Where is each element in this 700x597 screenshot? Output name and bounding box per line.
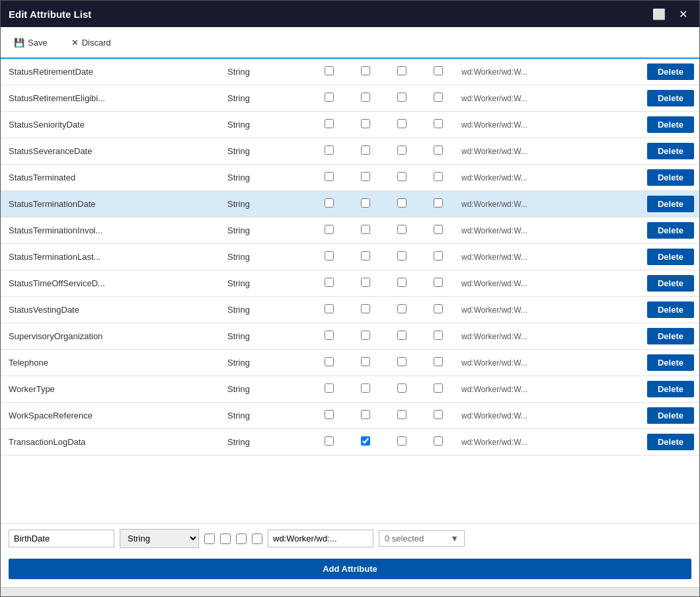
cb1-cell[interactable] [311, 376, 347, 403]
cb1-cell[interactable] [311, 112, 347, 138]
cb3-checkbox[interactable] [397, 198, 407, 208]
cb2-checkbox[interactable] [361, 119, 370, 128]
cb3-checkbox[interactable] [397, 225, 407, 234]
cb1-checkbox[interactable] [325, 225, 334, 234]
cb3-cell[interactable] [383, 138, 420, 165]
cb1-checkbox[interactable] [325, 410, 334, 419]
cb4-cell[interactable] [420, 85, 456, 112]
cb4-cell[interactable] [420, 297, 456, 323]
cb2-checkbox[interactable] [361, 66, 370, 75]
cb4-cell[interactable] [420, 59, 456, 85]
cb4-cell[interactable] [420, 323, 456, 350]
cb3-checkbox[interactable] [397, 410, 407, 419]
cb1-cell[interactable] [311, 350, 347, 376]
cb1-cell[interactable] [311, 138, 347, 165]
cb4-checkbox[interactable] [434, 357, 443, 366]
cb1-cell[interactable] [311, 244, 347, 270]
cb2-cell[interactable] [347, 165, 383, 191]
cb2-cell[interactable] [347, 244, 383, 270]
cb2-cell[interactable] [347, 403, 383, 429]
cb4-checkbox[interactable] [434, 172, 443, 181]
delete-button[interactable]: Delete [647, 196, 694, 212]
cb4-checkbox[interactable] [434, 410, 443, 419]
cb3-cell[interactable] [383, 244, 420, 270]
cb3-checkbox[interactable] [397, 383, 407, 393]
cb2-checkbox[interactable] [361, 304, 370, 313]
delete-button[interactable]: Delete [647, 407, 694, 424]
delete-button[interactable]: Delete [647, 90, 694, 106]
cb2-checkbox[interactable] [361, 198, 370, 208]
cb4-cell[interactable] [420, 376, 456, 403]
cb2-checkbox[interactable] [361, 383, 370, 393]
cb4-checkbox[interactable] [434, 383, 443, 393]
cb4-checkbox[interactable] [434, 198, 443, 208]
cb4-cell[interactable] [420, 138, 456, 165]
cb1-checkbox[interactable] [325, 436, 334, 446]
cb2-checkbox[interactable] [361, 357, 370, 366]
cb3-cell[interactable] [383, 297, 420, 323]
delete-button[interactable]: Delete [647, 434, 694, 450]
new-cb4[interactable] [252, 534, 262, 544]
new-attribute-type-select[interactable]: StringIntegerBooleanDateFloat [120, 529, 199, 548]
cb4-checkbox[interactable] [434, 278, 443, 287]
cb2-cell[interactable] [347, 85, 383, 112]
cb3-checkbox[interactable] [397, 357, 407, 366]
delete-button[interactable]: Delete [647, 63, 694, 80]
cb1-checkbox[interactable] [325, 251, 334, 260]
cb1-cell[interactable] [311, 270, 347, 297]
cb2-cell[interactable] [347, 297, 383, 323]
delete-button[interactable]: Delete [647, 328, 694, 344]
cb4-cell[interactable] [420, 112, 456, 138]
cb2-cell[interactable] [347, 191, 383, 218]
close-button[interactable]: ✕ [675, 7, 691, 22]
cb1-cell[interactable] [311, 403, 347, 429]
cb2-cell[interactable] [347, 429, 383, 456]
cb2-checkbox[interactable] [361, 93, 370, 102]
cb2-checkbox[interactable] [361, 331, 370, 340]
cb1-cell[interactable] [311, 191, 347, 218]
cb3-cell[interactable] [383, 270, 420, 297]
cb3-checkbox[interactable] [397, 436, 407, 446]
delete-button[interactable]: Delete [647, 354, 694, 371]
delete-button[interactable]: Delete [647, 301, 694, 318]
cb3-checkbox[interactable] [397, 119, 407, 128]
cb2-checkbox[interactable] [361, 145, 370, 155]
cb2-checkbox[interactable] [361, 436, 370, 446]
cb2-cell[interactable] [347, 323, 383, 350]
cb4-checkbox[interactable] [434, 145, 443, 155]
cb1-checkbox[interactable] [325, 172, 334, 181]
cb1-cell[interactable] [311, 429, 347, 456]
delete-button[interactable]: Delete [647, 169, 694, 186]
new-cb2[interactable] [220, 534, 231, 544]
delete-button[interactable]: Delete [647, 381, 694, 397]
new-cb3[interactable] [236, 534, 247, 544]
cb3-checkbox[interactable] [397, 66, 407, 75]
cb2-cell[interactable] [347, 112, 383, 138]
cb4-checkbox[interactable] [434, 225, 443, 234]
cb3-cell[interactable] [383, 85, 420, 112]
cb3-checkbox[interactable] [397, 278, 407, 287]
cb2-checkbox[interactable] [361, 172, 370, 181]
cb3-cell[interactable] [383, 191, 420, 218]
cb3-checkbox[interactable] [397, 93, 407, 102]
cb3-checkbox[interactable] [397, 172, 407, 181]
cb3-checkbox[interactable] [397, 304, 407, 313]
cb4-cell[interactable] [420, 429, 456, 456]
cb2-cell[interactable] [347, 59, 383, 85]
cb4-cell[interactable] [420, 218, 456, 244]
cb2-cell[interactable] [347, 218, 383, 244]
cb4-checkbox[interactable] [434, 436, 443, 446]
cb3-cell[interactable] [383, 376, 420, 403]
cb2-cell[interactable] [347, 270, 383, 297]
cb1-cell[interactable] [311, 59, 347, 85]
delete-button[interactable]: Delete [647, 143, 694, 159]
cb1-cell[interactable] [311, 297, 347, 323]
cb3-cell[interactable] [383, 218, 420, 244]
cb1-checkbox[interactable] [325, 145, 334, 155]
cb1-cell[interactable] [311, 218, 347, 244]
cb1-checkbox[interactable] [325, 66, 334, 75]
cb3-cell[interactable] [383, 112, 420, 138]
cb4-cell[interactable] [420, 165, 456, 191]
new-xpath-input[interactable] [268, 530, 373, 547]
cb3-cell[interactable] [383, 350, 420, 376]
